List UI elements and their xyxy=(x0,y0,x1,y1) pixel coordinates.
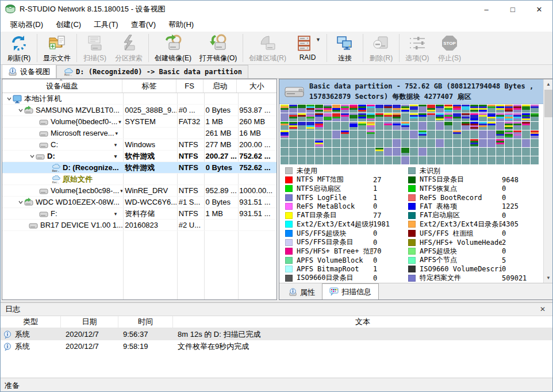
scan-block xyxy=(350,130,358,139)
minimize-button[interactable]: – xyxy=(473,1,500,18)
menu-view[interactable]: 查看(V) xyxy=(125,18,162,32)
scan-block xyxy=(487,130,496,139)
status-bar: 准备 xyxy=(1,378,552,392)
chevron-down-icon[interactable] xyxy=(6,96,13,102)
scan-block xyxy=(358,113,366,121)
legend-color-chip xyxy=(408,203,416,210)
table-row[interactable]: Volume{1ecb0c98-... ▾ WinRE_DRV NTFS 952… xyxy=(2,185,276,197)
connect-button[interactable]: 连接 xyxy=(329,32,361,64)
scan-block xyxy=(505,148,513,156)
legend-color-chip xyxy=(408,239,416,246)
scan-block xyxy=(367,113,375,121)
legend-color-chip xyxy=(408,176,416,183)
row-dropdown-icon[interactable]: ▾ xyxy=(114,142,117,148)
legend-item: FAT启动扇区0 xyxy=(408,212,532,220)
scan-block xyxy=(341,156,349,164)
scan-block xyxy=(505,122,513,130)
show-files-button[interactable]: 显示文件 xyxy=(39,32,75,64)
row-dropdown-icon[interactable]: ▾ xyxy=(114,211,117,217)
legend-item: NTFS LogFile1 xyxy=(285,194,403,202)
legend-count: 0 xyxy=(502,185,532,193)
computer-icon xyxy=(13,94,22,103)
table-row[interactable]: SAMSUNG MZVLB1T0... 0025_388B_9... #0 ..… xyxy=(2,105,276,116)
legend-item: 未识别 xyxy=(408,167,532,175)
scan-block xyxy=(393,156,401,164)
right-panel-tab-bar: 属性 扫描信息 xyxy=(279,283,552,299)
scroll-down-icon[interactable]: ▼ xyxy=(544,273,553,283)
tab-recognized-partition[interactable]: Rec. D: (Recognized0) -> Basic data part… xyxy=(56,65,248,78)
row-dropdown-icon[interactable]: ▾ xyxy=(114,153,117,159)
scrollbar-thumb[interactable] xyxy=(544,90,552,117)
sliders-icon xyxy=(408,33,427,53)
scan-block xyxy=(315,139,323,147)
log-column-type[interactable]: 类型 xyxy=(1,316,61,328)
column-header-label[interactable]: 标签 xyxy=(122,79,176,93)
scan-block xyxy=(358,130,366,139)
legend-count: 1 xyxy=(373,194,403,202)
log-close-icon[interactable]: ✕ xyxy=(537,305,548,313)
row-dropdown-icon[interactable]: ▾ xyxy=(120,188,122,194)
create-region-button: 创建区域(R) xyxy=(245,32,290,64)
create-image-button[interactable]: 创建镜像(E) xyxy=(151,32,195,64)
chevron-down-icon[interactable] xyxy=(17,199,24,205)
scan-block xyxy=(505,105,513,113)
refresh-button[interactable]: 刷新(R) xyxy=(3,32,35,64)
menu-tools[interactable]: 工具(T) xyxy=(87,18,125,32)
table-row[interactable]: Rec. 原始文件 xyxy=(2,174,276,185)
log-column-text[interactable]: 文本 xyxy=(173,316,552,328)
log-row[interactable]: 系统 2020/12/7 9:56:37 8m 12s 的 D: 扫描已完成 xyxy=(1,328,552,340)
column-header-fs[interactable]: FS xyxy=(176,79,203,93)
menu-help[interactable]: 帮助(H) xyxy=(162,18,200,32)
raid-dropdown-arrow[interactable]: ▼ xyxy=(316,37,321,43)
scan-block xyxy=(306,156,314,164)
maximize-button[interactable]: □ xyxy=(500,1,526,18)
scan-block xyxy=(375,113,383,121)
scan-block xyxy=(531,139,539,147)
legend-item: ReFS BootRecord0 xyxy=(408,194,532,202)
column-header-size[interactable]: 大小 xyxy=(237,79,276,93)
row-dropdown-icon[interactable]: ▾ xyxy=(118,119,121,125)
table-row[interactable]: BR17 DEVICE V1.00 1.... 20160823 #2 U... xyxy=(2,220,276,231)
scroll-up-icon[interactable]: ▲ xyxy=(544,79,553,89)
table-row[interactable]: Microsoft reserve... ▾ 261 MB 16 MB xyxy=(2,128,276,139)
legend-count: 0 xyxy=(373,256,403,264)
close-button[interactable]: ✕ xyxy=(526,1,552,18)
scan-block xyxy=(350,113,358,121)
legend-item: NTFS MFT范围27 xyxy=(285,176,403,184)
log-column-time[interactable]: 时间 xyxy=(118,316,173,328)
table-row[interactable]: WDC WD10EZEX-08W... WD-WCC6Y6... #1 S...… xyxy=(2,197,276,208)
scan-block xyxy=(384,130,392,139)
raid-button[interactable]: ▼ RAID xyxy=(290,32,325,64)
row-dropdown-icon[interactable]: ▾ xyxy=(116,130,118,136)
table-row[interactable]: Volume{0bedecf0-... ▾ SYSTEM FAT32 1 MB … xyxy=(2,116,276,128)
table-row[interactable]: 本地计算机 xyxy=(2,93,276,105)
table-row[interactable]: F: ▾ 资料存储 NTFS 1 MB 931.51 ... xyxy=(2,208,276,220)
vertical-scrollbar[interactable]: ▲ ▼ xyxy=(543,79,552,283)
log-row[interactable]: 系统 2020/12/7 9:58:19 文件枚举在9秒内完成 xyxy=(1,340,552,352)
table-row-selected[interactable]: Rec. D: (Recognize... 软件游戏 NTFS 0 Bytes … xyxy=(2,162,276,174)
column-header-device[interactable]: 设备/磁盘 xyxy=(2,79,122,93)
scan-block-map[interactable] xyxy=(281,105,544,165)
tab-scan-information[interactable]: 扫描信息 xyxy=(322,283,379,299)
legend-label: APFS BitmapRoot xyxy=(297,265,373,273)
scan-block xyxy=(444,122,452,130)
chevron-down-icon[interactable] xyxy=(29,153,36,159)
info-icon xyxy=(3,343,11,351)
scan-block xyxy=(444,148,452,156)
tab-properties[interactable]: 属性 xyxy=(282,285,322,299)
log-column-date[interactable]: 日期 xyxy=(61,316,118,328)
scan-block xyxy=(306,130,314,139)
open-image-button[interactable]: 打开镜像(O) xyxy=(195,32,241,64)
column-header-boot[interactable]: 启动 xyxy=(203,79,237,93)
table-row[interactable]: C: ▾ Windows NTFS 277 MB 200.00 ... xyxy=(2,139,276,151)
scan-block xyxy=(350,156,358,164)
menu-drive[interactable]: 驱动器(D) xyxy=(4,18,49,32)
legend-count: 1 xyxy=(373,185,403,193)
main-area: ^ 设备/磁盘 标签 FS 启动 大小 本地计算机 xyxy=(1,79,552,301)
stop-button: STOP 停止(S) xyxy=(433,32,466,64)
scan-block xyxy=(522,105,530,113)
menu-create[interactable]: 创建(C) xyxy=(49,18,87,32)
chevron-down-icon[interactable] xyxy=(17,107,24,113)
table-row[interactable]: D: ▾ 软件游戏 NTFS 200.27 ... 752.62 ... xyxy=(2,151,276,162)
tab-device-view[interactable]: 设备视图 xyxy=(2,64,56,78)
